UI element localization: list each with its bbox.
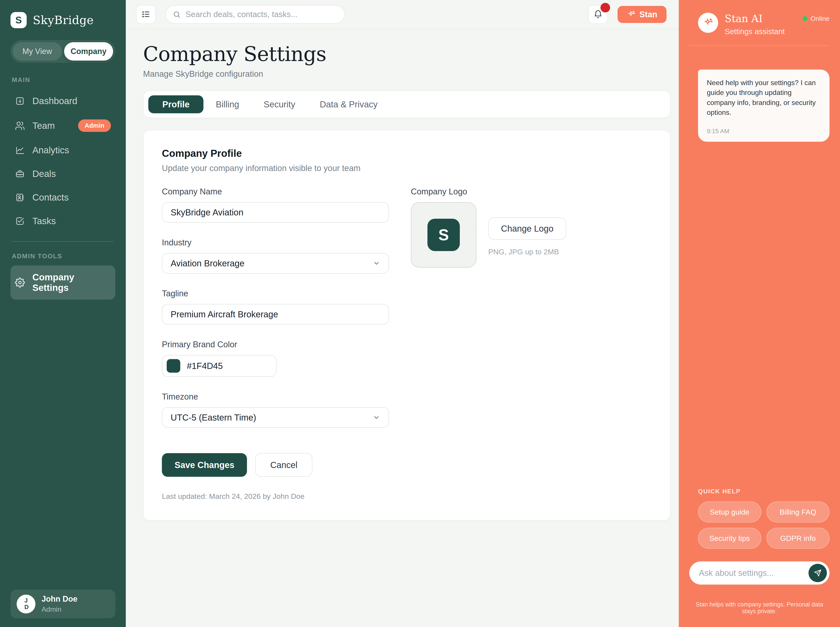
user-name: John Doe (41, 594, 77, 603)
sidebar-item-label: Tasks (32, 216, 56, 226)
stan-button[interactable]: Stan (618, 6, 667, 23)
tasks-icon (15, 216, 25, 226)
sidebar-item-deals[interactable]: Deals (11, 162, 115, 186)
sidebar-item-label: Dashboard (32, 96, 77, 106)
ask-settings-input[interactable] (699, 569, 808, 578)
settings-tabs: Profile Billing Security Data & Privacy (143, 91, 670, 118)
color-hex-value: #1F4D45 (187, 361, 223, 371)
tab-security[interactable]: Security (251, 95, 307, 113)
chevron-down-icon (373, 260, 380, 267)
svg-text:4: 4 (19, 99, 21, 104)
skybridge-logo: S (11, 12, 27, 28)
view-toggle: My View Company (11, 40, 115, 63)
team-icon (15, 121, 25, 131)
online-dot (802, 16, 807, 21)
global-search (165, 5, 345, 24)
bell-icon (594, 10, 603, 19)
search-icon (173, 11, 181, 18)
assistant-name: Stan AI (725, 13, 785, 25)
sidebar-item-label: Team (32, 120, 55, 131)
sidebar-item-company-settings[interactable]: Company Settings (11, 266, 115, 299)
section-label-admin-tools: ADMIN TOOLS (12, 253, 114, 260)
sidebar-item-analytics[interactable]: Analytics (11, 139, 115, 162)
contacts-icon (15, 192, 25, 203)
content: Company Settings Manage SkyBridge config… (126, 29, 679, 627)
user-role: Admin (41, 605, 77, 613)
tab-data-privacy[interactable]: Data & Privacy (307, 95, 390, 113)
timezone-label: Timezone (162, 392, 389, 402)
company-logo-label: Company Logo (411, 187, 566, 196)
industry-select[interactable]: Aviation Brokerage (162, 253, 389, 274)
dashboard-icon: 4 (15, 96, 25, 106)
sidebar-item-team[interactable]: Team Admin (11, 113, 115, 139)
sidebar-item-label: Analytics (32, 145, 69, 156)
quick-help-billing-faq[interactable]: Billing FAQ (766, 501, 830, 523)
assistant-input-bar (689, 561, 829, 584)
chat-area: Need help with your settings? I can guid… (689, 46, 829, 488)
assistant-footer-note: Stan helps with company settings. Person… (689, 601, 829, 615)
stan-avatar (698, 13, 718, 33)
quick-help-security-tips[interactable]: Security tips (698, 528, 761, 549)
sidebar-divider (12, 241, 114, 242)
avatar: JD (17, 595, 35, 613)
company-toggle-button[interactable]: Company (64, 42, 113, 61)
quick-help-gdpr-info[interactable]: GDPR info (766, 528, 830, 549)
admin-badge: Admin (78, 120, 111, 132)
checklist-toggle-button[interactable] (136, 5, 156, 24)
company-profile-card: Company Profile Update your company info… (143, 130, 670, 521)
page-title: Company Settings (143, 43, 670, 65)
form-title: Company Profile (162, 147, 652, 159)
notifications-button[interactable] (588, 5, 608, 24)
company-name-label: Company Name (162, 187, 389, 196)
page-subtitle: Manage SkyBridge configuration (143, 69, 670, 79)
tagline-field[interactable] (162, 304, 389, 325)
change-logo-button[interactable]: Change Logo (488, 217, 566, 240)
sidebar: S SkyBridge My View Company MAIN 4 Dashb… (0, 0, 126, 627)
tab-billing[interactable]: Billing (203, 95, 251, 113)
tab-profile[interactable]: Profile (148, 95, 203, 113)
sparkle-icon (703, 17, 714, 28)
sidebar-item-label: Contacts (32, 192, 69, 203)
timezone-select[interactable]: UTC-5 (Eastern Time) (162, 407, 389, 428)
section-label-main: MAIN (12, 76, 114, 83)
tagline-label: Tagline (162, 289, 389, 298)
chevron-down-icon (373, 414, 380, 421)
sidebar-item-dashboard[interactable]: 4 Dashboard (11, 89, 115, 113)
status-badge: Online (802, 15, 829, 22)
sidebar-item-tasks[interactable]: Tasks (11, 209, 115, 233)
brand-name: SkyBridge (33, 14, 94, 27)
send-icon (813, 569, 822, 577)
industry-label: Industry (162, 238, 389, 247)
my-view-toggle-button[interactable]: My View (13, 42, 62, 61)
main-area: Stan Company Settings Manage SkyBridge c… (126, 0, 679, 627)
save-button[interactable]: Save Changes (162, 453, 247, 477)
company-name-field[interactable] (162, 202, 389, 223)
deals-icon (15, 169, 25, 179)
quick-help-label: QUICK HELP (698, 488, 829, 495)
brand-color-label: Primary Brand Color (162, 340, 389, 349)
quick-help-setup-guide[interactable]: Setup guide (698, 501, 761, 523)
send-button[interactable] (808, 564, 827, 582)
sidebar-item-contacts[interactable]: Contacts (11, 186, 115, 209)
company-logo-preview: S (427, 219, 460, 251)
assistant-message: Need help with your settings? I can guid… (698, 69, 829, 142)
color-swatch (167, 359, 180, 373)
assistant-role: Settings assistant (725, 27, 785, 36)
user-card[interactable]: JD John Doe Admin (11, 589, 115, 618)
brand: S SkyBridge (11, 12, 115, 28)
sidebar-item-label: Deals (32, 169, 56, 179)
topbar: Stan (126, 0, 679, 29)
brand-color-picker[interactable]: #1F4D45 (162, 355, 276, 377)
cancel-button[interactable]: Cancel (255, 453, 312, 477)
logo-dropzone[interactable]: S (411, 202, 476, 268)
form-subtitle: Update your company information visible … (162, 164, 652, 173)
gear-icon (15, 277, 25, 288)
notification-dot (600, 3, 610, 13)
message-text: Need help with your settings? I can guid… (707, 78, 821, 118)
logo-hint: PNG, JPG up to 2MB (488, 247, 566, 256)
stan-assistant-panel: Stan AI Settings assistant Online Need h… (679, 0, 840, 627)
main-nav: 4 Dashboard Team Admin Analytics Deals C… (11, 89, 115, 233)
message-timestamp: 9:15 AM (707, 128, 821, 135)
search-input[interactable] (186, 10, 337, 19)
sidebar-item-label: Company Settings (32, 272, 111, 293)
